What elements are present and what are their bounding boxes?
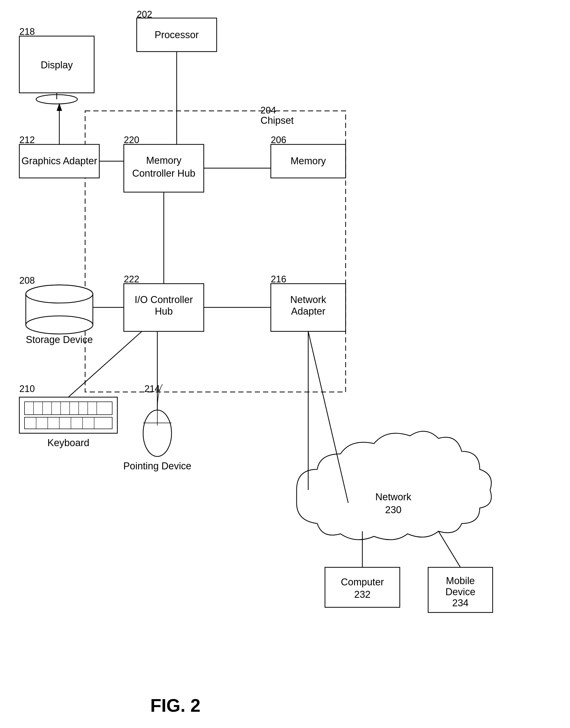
svg-rect-37 bbox=[19, 397, 117, 433]
svg-text:206: 206 bbox=[271, 134, 286, 145]
svg-text:Network: Network bbox=[290, 294, 326, 305]
svg-text:232: 232 bbox=[354, 589, 370, 600]
svg-rect-30 bbox=[26, 294, 93, 325]
svg-text:FIG. 2: FIG. 2 bbox=[151, 696, 201, 716]
svg-text:Processor: Processor bbox=[155, 29, 199, 40]
svg-line-78 bbox=[68, 331, 142, 397]
svg-text:210: 210 bbox=[19, 383, 35, 394]
svg-text:Display: Display bbox=[41, 60, 73, 70]
svg-text:214: 214 bbox=[145, 383, 160, 394]
svg-text:Adapter: Adapter bbox=[291, 306, 325, 317]
svg-rect-39 bbox=[24, 417, 112, 429]
svg-point-56 bbox=[143, 410, 172, 456]
svg-text:230: 230 bbox=[385, 504, 401, 515]
svg-text:Device: Device bbox=[446, 587, 475, 597]
svg-rect-9 bbox=[271, 144, 346, 178]
svg-text:212: 212 bbox=[19, 134, 35, 145]
svg-text:Memory: Memory bbox=[290, 155, 326, 166]
svg-rect-23 bbox=[19, 36, 94, 93]
svg-text:204: 204 bbox=[261, 105, 276, 115]
diagram-container: Processor 202 Memory Controller Hub 220 … bbox=[0, 0, 570, 728]
svg-line-81 bbox=[308, 331, 348, 503]
svg-point-25 bbox=[36, 95, 77, 104]
svg-point-33 bbox=[26, 316, 93, 334]
svg-rect-12 bbox=[124, 284, 204, 331]
svg-point-34 bbox=[26, 285, 93, 303]
svg-rect-20 bbox=[19, 144, 99, 178]
svg-rect-38 bbox=[24, 402, 112, 415]
diagram-svg: Processor 202 Memory Controller Hub 220 … bbox=[0, 0, 570, 728]
svg-text:216: 216 bbox=[271, 274, 286, 285]
svg-rect-63 bbox=[325, 567, 400, 607]
svg-rect-0 bbox=[85, 111, 346, 392]
svg-text:Hub: Hub bbox=[155, 306, 173, 317]
svg-rect-66 bbox=[428, 567, 493, 613]
svg-text:220: 220 bbox=[124, 134, 139, 145]
svg-text:I/O Controller: I/O Controller bbox=[134, 294, 193, 305]
svg-text:Network: Network bbox=[375, 491, 411, 502]
svg-rect-5 bbox=[124, 144, 204, 192]
svg-text:222: 222 bbox=[124, 274, 139, 285]
svg-text:218: 218 bbox=[19, 26, 35, 37]
svg-point-29 bbox=[26, 285, 93, 303]
svg-rect-16 bbox=[271, 284, 346, 331]
svg-text:234: 234 bbox=[452, 598, 468, 608]
svg-text:202: 202 bbox=[137, 9, 152, 20]
svg-text:Keyboard: Keyboard bbox=[47, 437, 89, 448]
svg-text:Graphics Adapter: Graphics Adapter bbox=[21, 155, 97, 166]
svg-text:Computer: Computer bbox=[341, 577, 384, 588]
svg-text:Mobile: Mobile bbox=[446, 575, 475, 586]
svg-text:Controller Hub: Controller Hub bbox=[132, 168, 196, 179]
svg-text:Memory: Memory bbox=[146, 155, 181, 166]
svg-text:Chipset: Chipset bbox=[261, 115, 294, 126]
svg-line-83 bbox=[439, 531, 461, 567]
svg-text:Storage Device: Storage Device bbox=[26, 334, 93, 345]
svg-rect-1 bbox=[137, 18, 217, 52]
svg-text:208: 208 bbox=[19, 275, 35, 286]
svg-text:Pointing Device: Pointing Device bbox=[123, 460, 191, 471]
